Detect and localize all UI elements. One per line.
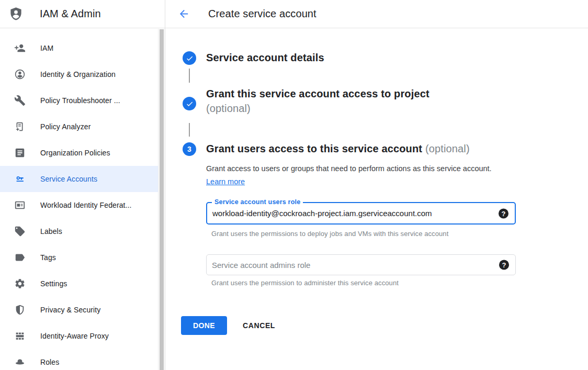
- sidebar-item-identity-organization[interactable]: Identity & Organization: [0, 61, 158, 87]
- users-role-helper-text: Grant users the permissions to deploy jo…: [211, 230, 448, 238]
- sidebar-item-tags[interactable]: Tags: [0, 244, 158, 271]
- sidebar-nav: IAM Identity & Organization Policy Troub…: [0, 29, 158, 370]
- document-gear-icon: [14, 121, 26, 133]
- sidebar-item-label: Privacy & Security: [40, 306, 100, 314]
- sidebar-item-iam[interactable]: IAM: [0, 35, 158, 61]
- gear-icon: [14, 278, 26, 290]
- arrow-back-icon: [178, 8, 190, 20]
- account-circle-icon: [14, 69, 26, 81]
- topbar: Create service account: [165, 0, 588, 28]
- sidebar-item-workload-identity-federation[interactable]: Workload Identity Federat...: [0, 192, 158, 218]
- shield-half-icon: [14, 304, 26, 316]
- wrench-icon: [14, 95, 26, 107]
- sidebar-item-label: IAM: [40, 44, 53, 52]
- sidebar-item-label: Policy Analyzer: [40, 122, 91, 131]
- sidebar-header: IAM & Admin: [0, 0, 165, 28]
- sidebar-scrollbar-thumb[interactable]: [160, 29, 164, 370]
- admins-role-helper-text: Grant users the permission to administer…: [211, 279, 399, 287]
- sidebar-item-label: Settings: [40, 279, 67, 288]
- form-actions: DONE CANCEL: [181, 316, 275, 335]
- sidebar-item-label: Workload Identity Federat...: [40, 201, 132, 209]
- sidebar-item-policy-analyzer[interactable]: Policy Analyzer: [0, 114, 158, 140]
- back-button[interactable]: [178, 8, 190, 20]
- service-account-users-role-field: Service account users role ?: [206, 202, 516, 225]
- sidebar-item-service-accounts[interactable]: Service Accounts: [0, 166, 158, 192]
- page-title: Create service account: [208, 8, 316, 20]
- step2-complete-check-icon: [183, 97, 196, 110]
- sidebar-item-roles[interactable]: Roles: [0, 349, 158, 370]
- admins-role-input[interactable]: [207, 255, 515, 275]
- step3-optional-text: (optional): [425, 143, 470, 154]
- sidebar-item-label: Organization Policies: [40, 149, 110, 157]
- iam-admin-shield-logo-icon: [9, 6, 23, 22]
- sidebar-item-policy-troubleshooter[interactable]: Policy Troubleshooter ...: [0, 87, 158, 114]
- sidebar-item-label: Identity & Organization: [40, 70, 116, 79]
- service-account-admins-role-field: ?: [206, 254, 516, 275]
- sidebar-item-label: Service Accounts: [40, 175, 97, 183]
- step2-title-text: Grant this service account access to pro…: [206, 88, 429, 100]
- sidebar-item-organization-policies[interactable]: Organization Policies: [0, 140, 158, 166]
- hat-icon: [14, 356, 26, 368]
- sidebar-item-label: Policy Troubleshooter ...: [40, 96, 120, 105]
- badge-card-icon: [14, 199, 26, 211]
- sidebar-scrollbar-track[interactable]: [158, 29, 165, 370]
- sidebar-item-settings[interactable]: Settings: [0, 271, 158, 297]
- main-content: Service account details Grant this servi…: [165, 29, 588, 370]
- step3-title: Grant users access to this service accou…: [206, 143, 470, 155]
- help-icon[interactable]: ?: [499, 208, 508, 218]
- stepper-connector: [189, 123, 190, 137]
- sidebar-item-privacy-security[interactable]: Privacy & Security: [0, 297, 158, 323]
- step3-description: Grant access to users or groups that nee…: [206, 162, 502, 188]
- step3-number: 3: [187, 145, 191, 153]
- step1-title: Service account details: [206, 52, 324, 64]
- stepper-connector: [189, 69, 190, 83]
- article-icon: [14, 147, 26, 159]
- step2-title: Grant this service account access to pro…: [206, 88, 429, 115]
- step3-number-badge: 3: [183, 142, 196, 156]
- sidebar-item-label: Labels: [40, 227, 62, 236]
- proxy-frame-icon: [14, 330, 26, 342]
- person-add-icon: [14, 42, 26, 54]
- step1-complete-check-icon: [183, 51, 196, 65]
- done-button[interactable]: DONE: [181, 316, 227, 335]
- sidebar-item-labels[interactable]: Labels: [0, 218, 158, 244]
- help-icon[interactable]: ?: [499, 260, 509, 270]
- learn-more-link[interactable]: Learn more: [206, 177, 245, 186]
- sidebar-item-label: Tags: [40, 253, 56, 262]
- sidebar-title: IAM & Admin: [40, 8, 101, 20]
- step3-title-text: Grant users access to this service accou…: [206, 143, 422, 154]
- cancel-button[interactable]: CANCEL: [243, 321, 275, 330]
- sidebar-item-label: Identity-Aware Proxy: [40, 332, 109, 340]
- label-tag-icon: [14, 226, 26, 238]
- step2-optional-text: (optional): [206, 103, 429, 115]
- users-role-field-label: Service account users role: [212, 198, 303, 206]
- sidebar-item-label: Roles: [40, 358, 59, 366]
- tag-arrow-icon: [14, 252, 26, 264]
- service-account-key-icon: [14, 173, 26, 185]
- sidebar: IAM & Admin IAM Identity & Organization …: [0, 0, 165, 370]
- sidebar-item-identity-aware-proxy[interactable]: Identity-Aware Proxy: [0, 323, 158, 349]
